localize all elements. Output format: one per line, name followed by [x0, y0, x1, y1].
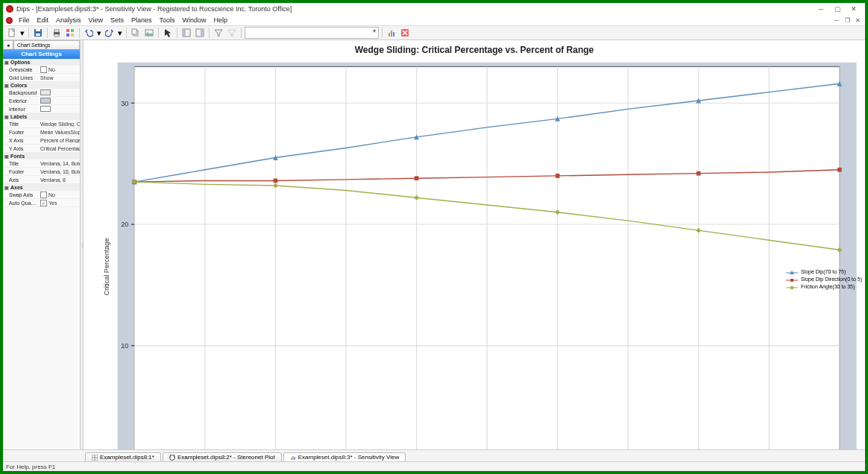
save-button[interactable]: [32, 27, 44, 39]
pg-row-background[interactable]: Background: [3, 89, 80, 97]
menu-help[interactable]: Help: [210, 16, 230, 24]
status-bar: For Help, press F1: [3, 461, 865, 471]
checkbox-icon[interactable]: ✓: [40, 200, 47, 206]
filter-button[interactable]: [213, 27, 224, 39]
legend-item: Slope Dip(70 to 75): [786, 268, 862, 276]
svg-rect-5: [54, 30, 59, 32]
sidebar-title: Chart Settings: [3, 49, 80, 59]
copy-button[interactable]: [130, 27, 142, 39]
pg-sec-fonts[interactable]: Fonts: [3, 153, 80, 159]
mdi-close-button[interactable]: ✕: [853, 16, 862, 24]
new-doc-button[interactable]: [6, 27, 18, 39]
chart-button[interactable]: [386, 27, 397, 39]
color-swatch[interactable]: [40, 106, 51, 112]
color-swatch[interactable]: [40, 98, 51, 104]
print-button[interactable]: [51, 27, 63, 39]
pg-row-swap-axis[interactable]: Swap AxisNo: [3, 191, 80, 199]
minimize-button[interactable]: ─: [813, 4, 829, 13]
pointer-button[interactable]: [162, 27, 174, 39]
pg-row-font-axis[interactable]: AxisVerdana, 8: [3, 176, 80, 184]
pg-row-auto-quantity[interactable]: Auto Quantity...✓Yes: [3, 199, 80, 207]
svg-rect-19: [389, 33, 390, 37]
property-grid[interactable]: Options GreyscaleNo Grid LinesShow Color…: [3, 59, 80, 449]
maximize-button[interactable]: ▢: [829, 4, 846, 13]
app-icon: [6, 5, 13, 13]
menu-planes[interactable]: Planes: [128, 16, 155, 24]
pg-row-label-xaxis[interactable]: X AxisPercent of Range: [3, 136, 80, 145]
document-tabs: Exampleset.dips8:1* Exampleset.dips8:2* …: [3, 449, 865, 461]
toolbar: ▾ ▾ ▾: [3, 25, 865, 40]
pg-row-label-footer[interactable]: FooterMean ValuesSlope ...: [3, 128, 80, 136]
pg-sec-labels[interactable]: Labels: [3, 113, 80, 120]
pg-row-font-title[interactable]: TitleVerdana, 14, Bold: [3, 159, 80, 168]
svg-rect-86: [291, 458, 292, 460]
svg-rect-87: [292, 456, 294, 460]
mdi-restore-button[interactable]: ❐: [843, 16, 852, 24]
delete-chart-button[interactable]: [399, 27, 411, 39]
svg-rect-3: [36, 29, 40, 31]
panel-left-button[interactable]: [180, 27, 192, 39]
pg-row-greyscale[interactable]: GreyscaleNo: [3, 66, 80, 74]
menu-sets[interactable]: Sets: [107, 16, 127, 24]
menu-edit[interactable]: Edit: [34, 16, 52, 24]
svg-rect-88: [294, 457, 295, 460]
sidebar-tab-chart-settings[interactable]: Chart Settings: [13, 40, 80, 49]
panel-right-button[interactable]: [194, 27, 206, 39]
doc-tab[interactable]: Exampleset.dips8:3* - Sensitivity View: [283, 452, 406, 461]
dropdown-icon[interactable]: ▾: [19, 27, 25, 39]
sidebar-tab-arrow[interactable]: ◂: [3, 40, 13, 49]
dropdown-icon[interactable]: ▾: [96, 27, 102, 39]
pg-row-interior[interactable]: Interior: [3, 105, 80, 113]
pg-sec-colors[interactable]: Colors: [3, 82, 80, 89]
menu-file[interactable]: File: [16, 16, 33, 24]
svg-rect-7: [66, 29, 69, 32]
chart-title: Wedge Sliding: Critical Percentage vs. P…: [84, 40, 865, 57]
svg-rect-80: [790, 279, 793, 282]
svg-rect-75: [556, 174, 560, 178]
dropdown-icon[interactable]: ▾: [117, 27, 123, 39]
filter-clear-button[interactable]: [226, 27, 238, 39]
window-title: Dips - [Exampleset.dips8:3* - Sensitivit…: [16, 5, 292, 13]
svg-rect-12: [132, 29, 136, 34]
copy-image-button[interactable]: [143, 27, 155, 39]
pg-row-label-yaxis[interactable]: Y AxisCritical Percentage: [3, 145, 80, 153]
chart-plot: 01020304050607080901000102030Percent of …: [84, 58, 865, 449]
svg-rect-16: [183, 29, 186, 37]
redo-button[interactable]: [104, 27, 116, 39]
close-button[interactable]: ✕: [846, 4, 862, 13]
menu-view[interactable]: View: [86, 16, 106, 24]
toolbar-combo[interactable]: [245, 27, 379, 39]
svg-rect-73: [274, 179, 278, 183]
svg-rect-6: [54, 34, 59, 37]
menu-analysis[interactable]: Analysis: [53, 16, 84, 24]
svg-rect-20: [391, 31, 392, 37]
svg-rect-0: [9, 29, 14, 37]
pg-row-label-title[interactable]: TitleWedge Sliding: Crit...: [3, 120, 80, 128]
menu-bar: File Edit Analysis View Sets Planes Tool…: [3, 15, 865, 25]
menu-tools[interactable]: Tools: [156, 16, 177, 24]
mdi-minimize-button[interactable]: ─: [832, 16, 841, 24]
svg-rect-77: [837, 168, 842, 172]
svg-rect-9: [66, 34, 69, 37]
pg-row-font-footer[interactable]: FooterVerdana, 10, Bold: [3, 168, 80, 176]
doc-tab[interactable]: Exampleset.dips8:1*: [85, 452, 161, 461]
color-grid-button[interactable]: [64, 27, 76, 39]
svg-rect-10: [71, 34, 74, 37]
menu-window[interactable]: Window: [179, 16, 209, 24]
pg-row-gridlines[interactable]: Grid LinesShow: [3, 74, 80, 82]
doc-table-icon: [92, 455, 98, 461]
title-bar: Dips - [Exampleset.dips8:3* - Sensitivit…: [3, 3, 865, 15]
doc-tab[interactable]: Exampleset.dips8:2* - Stereonet Plot: [163, 452, 282, 461]
pg-row-exterior[interactable]: Exterior: [3, 97, 80, 105]
pg-sec-options[interactable]: Options: [3, 59, 80, 66]
checkbox-icon[interactable]: [40, 66, 47, 73]
pg-sec-axes[interactable]: Axes: [3, 184, 80, 191]
undo-button[interactable]: [83, 27, 95, 39]
svg-rect-21: [393, 32, 394, 37]
chart-panel: Wedge Sliding: Critical Percentage vs. P…: [84, 40, 865, 449]
svg-text:20: 20: [121, 221, 128, 228]
checkbox-icon[interactable]: [40, 192, 47, 198]
svg-rect-8: [71, 29, 74, 32]
color-swatch[interactable]: [40, 89, 51, 95]
chart-legend: Slope Dip(70 to 75) Slope Dip Direction(…: [786, 268, 862, 291]
